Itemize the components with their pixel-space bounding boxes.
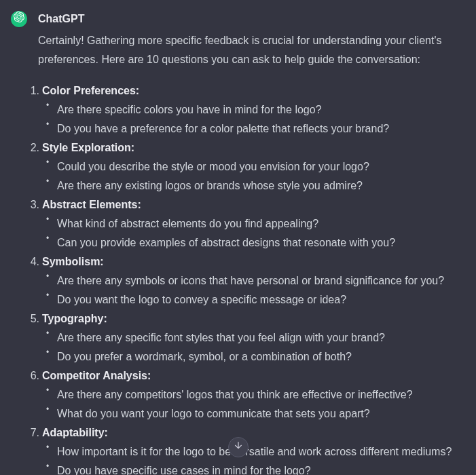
sub-list: What kind of abstract elements do you fi… — [42, 214, 465, 252]
assistant-avatar — [11, 11, 27, 27]
sub-list-item: Are there any symbols or icons that have… — [57, 271, 465, 290]
sub-list-item: Do you want the logo to convey a specifi… — [57, 290, 465, 309]
sub-list: Are there any symbols or icons that have… — [42, 271, 465, 309]
list-item: Symbolism: Are there any symbols or icon… — [26, 252, 465, 309]
openai-logo-icon — [14, 10, 24, 28]
assistant-message: ChatGPT Certainly! Gathering more specif… — [0, 0, 476, 475]
sub-list-item: Do you prefer a wordmark, symbol, or a c… — [57, 347, 465, 366]
sub-list: Could you describe the style or mood you… — [42, 157, 465, 195]
list-item: Color Preferences: Are there specific co… — [26, 81, 465, 138]
scroll-to-bottom-button[interactable] — [228, 437, 249, 457]
section-title: Competitor Analysis: — [42, 370, 151, 381]
list-item: Abstract Elements: What kind of abstract… — [26, 195, 465, 252]
assistant-name: ChatGPT — [38, 10, 465, 28]
sub-list-item: Are there any specific font styles that … — [57, 328, 465, 347]
section-title: Symbolism: — [42, 256, 104, 267]
arrow-down-icon — [233, 438, 244, 457]
sub-list: Are there specific colors you have in mi… — [42, 100, 465, 138]
sub-list-item: Can you provide examples of abstract des… — [57, 233, 465, 252]
list-item: Competitor Analysis: Are there any compe… — [26, 366, 465, 423]
sub-list-item: Are there any existing logos or brands w… — [57, 176, 465, 195]
section-title: Typography: — [42, 313, 107, 324]
section-title: Adaptability: — [42, 427, 108, 438]
sub-list-item: What kind of abstract elements do you fi… — [57, 214, 465, 233]
list-item: Style Exploration: Could you describe th… — [26, 138, 465, 195]
question-list: Color Preferences: Are there specific co… — [26, 81, 465, 475]
sub-list-item: Do you have specific use cases in mind f… — [57, 461, 465, 475]
section-title: Style Exploration: — [42, 142, 134, 153]
sub-list-item: What do you want your logo to communicat… — [57, 404, 465, 423]
message-intro: Certainly! Gathering more specific feedb… — [38, 31, 465, 69]
sub-list-item: Are there specific colors you have in mi… — [57, 100, 465, 119]
message-content: ChatGPT Certainly! Gathering more specif… — [38, 10, 465, 475]
section-title: Abstract Elements: — [42, 199, 141, 210]
sub-list-item: Are there any competitors' logos that yo… — [57, 385, 465, 404]
sub-list: How important is it for the logo to be v… — [42, 442, 465, 475]
sub-list-item: Could you describe the style or mood you… — [57, 157, 465, 176]
sub-list-item: Do you have a preference for a color pal… — [57, 119, 465, 138]
list-item: Typography: Are there any specific font … — [26, 309, 465, 366]
sub-list: Are there any specific font styles that … — [42, 328, 465, 366]
section-title: Color Preferences: — [42, 85, 139, 96]
sub-list: Are there any competitors' logos that yo… — [42, 385, 465, 423]
sub-list-item: How important is it for the logo to be v… — [57, 442, 465, 461]
